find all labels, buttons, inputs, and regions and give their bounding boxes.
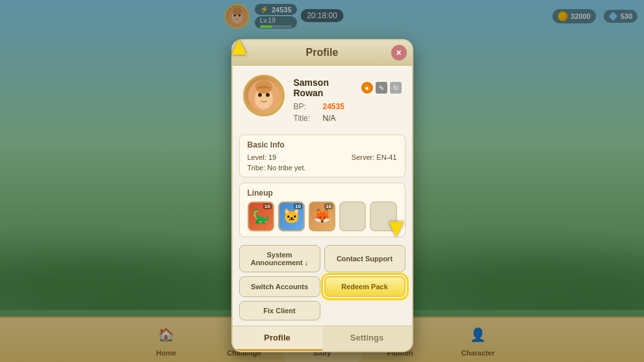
basic-info-section: Basic Info Level: 19 Server: EN-41 Tribe… <box>239 135 406 177</box>
title-label: Title: <box>294 114 323 123</box>
bp-badge-icon: ● <box>361 82 373 94</box>
tribe-info: Tribe: No tribe yet. <box>248 164 397 172</box>
buttons-section: SystemAnnouncement ↓ Contact Support Swi… <box>233 242 412 326</box>
modal-tabs: Profile Settings <box>233 326 412 351</box>
player-name: Samson Rowan <box>294 77 357 98</box>
tab-profile-label: Profile <box>264 333 290 343</box>
arrow-down-indicator: ▼ <box>383 214 409 240</box>
lineup-section: Lineup 🦕 10 🐱 10 🦊 16 <box>239 183 406 237</box>
bp-value: 24535 <box>323 102 344 111</box>
lineup-slot-0[interactable]: 🦕 10 <box>248 201 274 231</box>
player-details: Samson Rowan ● ✎ ↻ BP: 24535 Title: N/A <box>294 75 402 125</box>
fix-client-button[interactable]: Fix Client <box>239 301 320 320</box>
modal-header: Profile × <box>233 40 412 66</box>
modal-title: Profile <box>306 47 339 58</box>
modal-close-button[interactable]: × <box>391 45 407 60</box>
creature-0: 🦕 <box>252 208 270 225</box>
player-name-icons: ● ✎ ↻ <box>361 82 402 94</box>
player-avatar <box>243 75 285 116</box>
lineup-slot-2[interactable]: 🦊 16 <box>309 201 335 231</box>
title-value: N/A <box>323 114 336 123</box>
level-2: 16 <box>324 203 333 209</box>
bp-label: BP: <box>294 102 323 111</box>
player-section: Samson Rowan ● ✎ ↻ BP: 24535 Title: N/A <box>233 66 412 135</box>
player-name-row: Samson Rowan ● ✎ ↻ <box>294 77 402 98</box>
creature-1: 🐱 <box>283 208 300 225</box>
edit-icon[interactable]: ✎ <box>376 82 387 94</box>
lineup-slot-1[interactable]: 🐱 10 <box>278 201 305 231</box>
lineup-title: Lineup <box>248 188 397 198</box>
svg-point-7 <box>258 93 262 97</box>
tab-settings[interactable]: Settings <box>322 326 412 351</box>
profile-modal: Profile × Samson Rowan <box>231 39 413 352</box>
redeem-pack-button[interactable]: Redeem Pack <box>324 276 406 297</box>
system-announcement-label: SystemAnnouncement ↓ <box>251 251 309 266</box>
contact-support-button[interactable]: Contact Support <box>324 245 406 272</box>
svg-point-8 <box>266 93 270 97</box>
creature-2: 🦊 <box>313 208 331 225</box>
modal-overlay: Profile × Samson Rowan <box>0 0 644 362</box>
level-0: 10 <box>263 203 272 209</box>
server-info: Server: EN-41 <box>352 153 397 161</box>
info-grid: Level: 19 Server: EN-41 <box>248 153 397 161</box>
arrow-up-indicator: ▲ <box>226 32 252 58</box>
lineup-slot-3[interactable] <box>339 201 366 231</box>
basic-info-title: Basic Info <box>248 140 397 149</box>
title-stat-row: Title: N/A <box>294 114 402 123</box>
switch-accounts-button[interactable]: Switch Accounts <box>239 276 320 297</box>
level-info: Level: 19 <box>248 153 277 161</box>
tab-settings-label: Settings <box>350 333 383 343</box>
bp-stat-row: BP: 24535 <box>294 102 402 111</box>
share-icon[interactable]: ↻ <box>390 82 402 94</box>
system-announcement-button[interactable]: SystemAnnouncement ↓ <box>239 245 320 272</box>
tab-profile[interactable]: Profile <box>233 326 322 351</box>
level-1: 10 <box>294 203 302 209</box>
lineup-slots: 🦕 10 🐱 10 🦊 16 <box>248 201 397 231</box>
